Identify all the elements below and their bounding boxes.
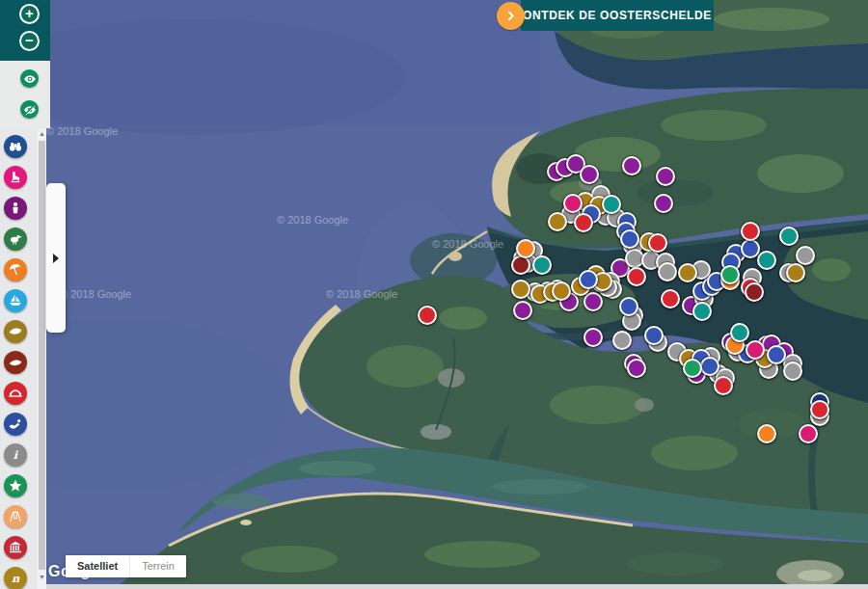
sidebar-item-diving[interactable] [4, 413, 27, 436]
zoom-out-button[interactable]: − [19, 31, 40, 51]
n-logo-icon: n [8, 571, 23, 586]
map-marker-gold[interactable] [552, 281, 571, 301]
map-marker-teal[interactable] [757, 251, 776, 270]
layer-visibility-panel [0, 61, 50, 128]
playground-icon [8, 509, 23, 524]
map-marker-red[interactable] [418, 306, 437, 325]
drawer-toggle-tab[interactable] [46, 183, 66, 333]
map-marker-purple[interactable] [656, 167, 675, 186]
map-marker-purple[interactable] [654, 194, 673, 213]
map-marker-blue[interactable] [619, 297, 638, 316]
map-marker-green[interactable] [683, 359, 702, 378]
sidebar-item-highlights[interactable] [4, 474, 27, 497]
discover-banner-button[interactable]: ONTDEK DE OOSTERSCHELDE [521, 0, 714, 31]
sidebar-scrollbar-thumb[interactable] [39, 141, 45, 570]
map-type-satelliet[interactable]: Satelliet [66, 555, 129, 577]
map-marker-gray[interactable] [612, 331, 632, 350]
map-marker-teal[interactable] [730, 323, 749, 342]
sidebar-item-mussels[interactable] [4, 320, 27, 343]
map-type-control: SatellietTerrein [66, 555, 186, 577]
mussel-icon [8, 324, 23, 339]
star-icon [8, 478, 23, 494]
map-marker-orange[interactable] [516, 239, 535, 258]
scroll-down-arrow-icon[interactable]: ▼ [38, 572, 46, 583]
map-marker-blue[interactable] [579, 270, 598, 289]
hide-all-layers-button[interactable] [20, 100, 39, 119]
map-marker-green[interactable] [720, 265, 740, 284]
sidebar-item-sailing[interactable] [4, 289, 27, 312]
sidebar-item-information[interactable]: i [4, 443, 27, 467]
info-icon: i [8, 447, 23, 463]
map-marker-red[interactable] [661, 289, 680, 308]
diver-icon [8, 416, 23, 432]
map-canvas[interactable] [0, 0, 868, 589]
sailboat-icon [8, 293, 23, 308]
binoculars-icon [8, 139, 23, 154]
show-all-layers-button[interactable] [20, 69, 39, 88]
map-marker-teal[interactable] [779, 227, 799, 246]
category-sidebar: in ▲ ▼ [0, 128, 46, 589]
map-marker-red[interactable] [574, 213, 593, 232]
person-icon [8, 201, 23, 216]
map-marker-teal[interactable] [602, 195, 621, 214]
map-marker-darkred[interactable] [511, 255, 530, 275]
map-marker-blue[interactable] [741, 239, 760, 258]
map-type-terrein[interactable]: Terrein [129, 555, 186, 577]
sidebar-item-persons[interactable] [4, 197, 27, 220]
map-marker-magenta[interactable] [799, 424, 818, 443]
sidebar-item-playgrounds[interactable] [4, 505, 27, 528]
map-marker-purple[interactable] [583, 292, 603, 311]
scroll-up-arrow-icon[interactable]: ▲ [38, 128, 46, 140]
sidebar-item-skating[interactable] [4, 166, 27, 189]
sidebar-item-bridges[interactable] [4, 382, 27, 405]
chevron-right-icon [497, 2, 525, 30]
map-marker-blue[interactable] [700, 357, 719, 376]
map-marker-gold[interactable] [511, 280, 530, 299]
map-marker-blue[interactable] [620, 229, 639, 249]
eye-off-icon [23, 103, 37, 117]
map-marker-purple[interactable] [513, 301, 532, 320]
map-marker-gray[interactable] [658, 262, 677, 281]
map-marker-blue[interactable] [767, 345, 786, 364]
sidebar-scrollbar[interactable]: ▲ ▼ [38, 128, 46, 589]
map-marker-purple[interactable] [627, 359, 646, 378]
zoom-in-button[interactable]: + [19, 4, 40, 24]
sidebar-item-birdwatching[interactable] [4, 228, 27, 251]
map-marker-purple[interactable] [622, 156, 641, 175]
horizontal-scrollbar[interactable] [46, 584, 868, 589]
map-marker-magenta[interactable] [563, 194, 583, 213]
bridge-icon [8, 386, 23, 401]
triangle-right-icon [53, 254, 59, 263]
map-marker-gold[interactable] [678, 263, 697, 282]
map-marker-gold[interactable] [786, 263, 805, 282]
sidebar-item-oysters[interactable] [4, 351, 27, 374]
beach-umbrella-icon [8, 262, 23, 278]
map-marker-teal[interactable] [532, 255, 552, 275]
svg-text:n: n [12, 572, 20, 585]
map-marker-purple[interactable] [583, 328, 603, 347]
sidebar-item-beaches[interactable] [4, 258, 27, 281]
map-marker-purple[interactable] [580, 165, 599, 184]
oyster-icon [8, 355, 23, 370]
map-marker-orange[interactable] [757, 424, 776, 443]
museum-icon [8, 540, 23, 555]
map-marker-blue[interactable] [644, 326, 664, 345]
map-marker-magenta[interactable] [746, 340, 765, 360]
map-marker-red[interactable] [714, 376, 733, 395]
sidebar-item-nature-org[interactable]: n [4, 567, 27, 589]
map-marker-gold[interactable] [548, 212, 567, 231]
map-marker-red[interactable] [627, 267, 646, 286]
map-marker-red[interactable] [810, 400, 829, 419]
banner-label: ONTDEK DE OOSTERSCHELDE [523, 9, 712, 22]
map-marker-gray[interactable] [796, 246, 815, 265]
svg-text:i: i [14, 448, 19, 462]
map-marker-darkred[interactable] [745, 282, 764, 302]
app-window: © 2018 Google© 2018 Google© 2018 Google©… [0, 0, 868, 589]
map-marker-gray[interactable] [783, 361, 802, 381]
map-marker-teal[interactable] [692, 302, 712, 321]
sidebar-item-museums[interactable] [4, 536, 27, 559]
ice-skate-icon [8, 170, 23, 185]
sidebar-item-viewpoints[interactable] [4, 135, 27, 158]
map-marker-red[interactable] [648, 233, 667, 253]
map-marker-red[interactable] [741, 222, 760, 241]
